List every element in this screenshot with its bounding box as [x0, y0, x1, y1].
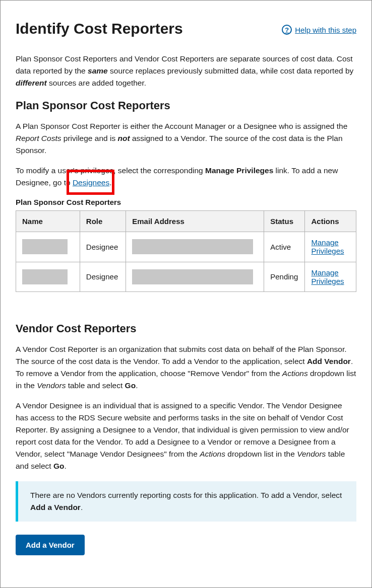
plan-sponsor-paragraph-1: A Plan Sponsor Cost Reporter is either t…	[16, 120, 356, 157]
help-with-this-step-link[interactable]: ? Help with this step	[282, 25, 356, 35]
vendor-heading: Vendor Cost Reporters	[16, 322, 356, 335]
col-actions: Actions	[305, 211, 356, 232]
page-title: Identify Cost Reporters	[16, 20, 183, 38]
help-link-label: Help with this step	[295, 26, 356, 34]
redacted-name	[22, 269, 68, 284]
redacted-email	[132, 239, 253, 254]
cell-status: Active	[264, 232, 305, 262]
redacted-name	[22, 239, 68, 254]
no-vendors-info-box: There are no Vendors currently reporting…	[16, 481, 356, 522]
header-row: Identify Cost Reporters ? Help with this…	[16, 16, 356, 53]
designees-highlight: Designees	[73, 177, 109, 189]
page-container: Identify Cost Reporters ? Help with this…	[0, 0, 372, 588]
vendor-paragraph-1: A Vendor Cost Reporter is an organizatio…	[16, 343, 356, 392]
manage-privileges-link[interactable]: ManagePrivileges	[311, 268, 350, 286]
vendor-paragraph-2: A Vendor Designee is an individual that …	[16, 400, 356, 472]
manage-privileges-link[interactable]: ManagePrivileges	[311, 238, 350, 256]
table-row: Designee Active ManagePrivileges	[16, 232, 356, 262]
cell-status: Pending	[264, 262, 305, 292]
redacted-email	[132, 269, 253, 284]
intro-paragraph: Plan Sponsor Cost Reporters and Vendor C…	[16, 53, 356, 89]
designees-link[interactable]: Designees	[73, 178, 109, 187]
plan-sponsor-table: Name Role Email Address Status Actions D…	[16, 210, 356, 292]
table-header-row: Name Role Email Address Status Actions	[16, 211, 356, 232]
col-name: Name	[16, 211, 80, 232]
plan-sponsor-heading: Plan Sponsor Cost Reporters	[16, 99, 356, 112]
cell-role: Designee	[80, 232, 126, 262]
col-status: Status	[264, 211, 305, 232]
plan-sponsor-paragraph-2: To modify a user's privileges, select th…	[16, 165, 356, 189]
col-role: Role	[80, 211, 126, 232]
table-row: Designee Pending ManagePrivileges	[16, 262, 356, 292]
help-icon: ?	[282, 25, 292, 35]
col-email: Email Address	[126, 211, 264, 232]
add-a-vendor-button[interactable]: Add a Vendor	[16, 535, 85, 555]
plan-sponsor-table-caption: Plan Sponsor Cost Reporters	[16, 198, 356, 206]
cell-role: Designee	[80, 262, 126, 292]
